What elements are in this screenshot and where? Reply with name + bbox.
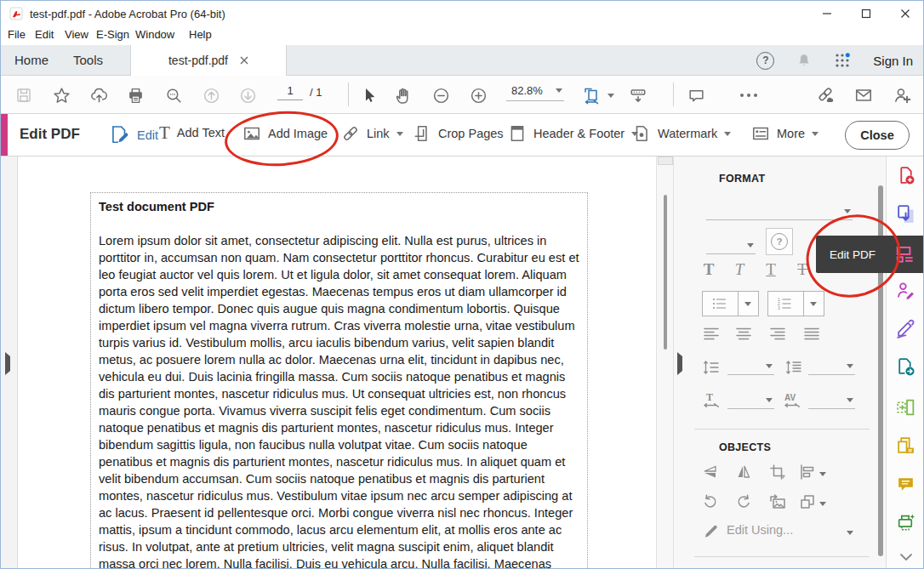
zoom-level-select[interactable]: 82.8% — [506, 84, 564, 101]
line-spacing-input[interactable] — [727, 354, 774, 375]
edit-pdf-rail-icon[interactable] — [894, 243, 916, 265]
combine-files-icon[interactable] — [895, 435, 916, 457]
flip-horizontal-icon[interactable] — [733, 462, 755, 482]
more-tools-ellipsis-icon[interactable] — [739, 86, 758, 105]
numbered-list-control[interactable]: 123 — [767, 291, 824, 316]
share-link-icon[interactable] — [816, 86, 835, 105]
watermark-button[interactable]: Watermark — [632, 124, 731, 143]
close-window-button[interactable] — [886, 1, 924, 26]
fill-sign-icon[interactable] — [895, 318, 916, 339]
menu-window[interactable]: Window — [135, 28, 174, 41]
more-button[interactable]: More — [751, 124, 818, 143]
caret-down-icon — [747, 243, 754, 248]
bullet-list-icon[interactable] — [703, 292, 738, 316]
sign-in-button[interactable]: Sign In — [873, 54, 913, 68]
nav-pane-expand-icon[interactable] — [5, 356, 10, 372]
flip-vertical-icon[interactable] — [699, 462, 722, 482]
document-canvas[interactable]: Test document PDF Lorem ipsum dolor sit … — [18, 156, 656, 569]
notifications-bell-icon[interactable] — [796, 53, 812, 68]
star-favorite-icon[interactable] — [52, 86, 71, 105]
tab-close-icon[interactable] — [240, 56, 248, 65]
app-grid-icon[interactable] — [834, 52, 851, 69]
link-button[interactable]: Link — [341, 124, 403, 143]
create-pdf-icon[interactable] — [895, 165, 916, 186]
paragraph-spacing-input[interactable] — [808, 354, 855, 375]
horizontal-scale-input[interactable] — [727, 388, 774, 409]
share-cloud-upload-icon[interactable] — [89, 86, 108, 105]
email-icon[interactable] — [854, 86, 873, 105]
text-edit-frame[interactable]: Test document PDF Lorem ipsum dolor sit … — [90, 192, 588, 569]
organize-pages-icon[interactable] — [895, 397, 916, 418]
scrollbar-thumb[interactable] — [664, 195, 667, 350]
edit-using-caret-icon[interactable] — [844, 522, 856, 543]
menu-bar: File Edit View E-Sign Window Help — [1, 26, 924, 45]
strikethrough-button[interactable]: T — [791, 260, 813, 279]
next-page-icon[interactable] — [238, 86, 257, 105]
edit-using-label[interactable]: Edit Using... — [727, 523, 793, 537]
zoom-out-icon[interactable] — [431, 86, 450, 105]
select-tool-icon[interactable] — [360, 86, 379, 105]
format-help-button[interactable]: ? — [766, 228, 793, 255]
minimize-button[interactable] — [807, 1, 847, 26]
bullet-list-control[interactable] — [702, 291, 759, 316]
add-image-button[interactable]: Add Image — [242, 124, 328, 143]
numbered-list-icon[interactable]: 123 — [768, 292, 803, 316]
send-for-review-icon[interactable] — [895, 356, 916, 378]
export-pdf-icon[interactable] — [895, 203, 916, 225]
close-edit-pdf-button[interactable]: Close — [845, 121, 910, 150]
font-family-select[interactable] — [706, 197, 853, 220]
edit-tool-button[interactable]: Edit — [108, 124, 158, 146]
hand-tool-icon[interactable] — [394, 86, 413, 105]
align-objects-caret-icon[interactable] — [817, 464, 829, 484]
arrange-objects-caret-icon[interactable] — [817, 493, 829, 514]
rotate-cw-icon[interactable] — [733, 492, 755, 512]
align-right-icon[interactable] — [767, 323, 789, 344]
align-objects-icon[interactable] — [796, 462, 818, 482]
crop-pages-button[interactable]: Crop Pages — [413, 124, 504, 143]
rail-chevron-down-icon[interactable] — [895, 546, 916, 567]
align-justify-icon[interactable] — [801, 323, 823, 344]
tab-document[interactable]: test-pdf.pdf — [130, 45, 287, 76]
bullet-list-caret-icon[interactable] — [738, 292, 758, 316]
tab-tools[interactable]: Tools — [73, 53, 103, 67]
menu-view[interactable]: View — [65, 28, 88, 41]
maximize-button[interactable] — [847, 1, 886, 26]
main-toolbar: 1 / 1 82.8% — [1, 76, 924, 114]
page-number-input[interactable]: 1 — [277, 84, 303, 100]
document-scrollbar[interactable] — [656, 156, 673, 569]
menu-edit[interactable]: Edit — [35, 28, 54, 41]
comment-tool-icon[interactable] — [895, 474, 916, 495]
comment-icon[interactable] — [687, 86, 705, 105]
italic-button[interactable]: T — [728, 260, 750, 279]
align-center-icon[interactable] — [733, 323, 755, 344]
tab-home[interactable]: Home — [14, 53, 48, 67]
numbered-list-caret-icon[interactable] — [803, 292, 824, 316]
search-icon[interactable] — [164, 86, 183, 105]
rotate-ccw-icon[interactable] — [699, 492, 722, 512]
print-icon[interactable] — [126, 86, 145, 105]
zoom-in-icon[interactable] — [469, 86, 488, 105]
font-size-select[interactable] — [706, 233, 756, 254]
arrange-objects-icon[interactable] — [796, 492, 818, 512]
fit-width-icon[interactable] — [583, 86, 602, 105]
previous-page-icon[interactable] — [202, 86, 220, 105]
fit-width-caret-icon[interactable] — [607, 86, 615, 105]
profile-add-user-icon[interactable] — [893, 86, 911, 105]
underline-button[interactable]: T — [760, 260, 782, 279]
character-spacing-input[interactable] — [808, 388, 855, 409]
add-text-button[interactable]: T Add Text — [159, 124, 225, 141]
help-icon[interactable]: ? — [756, 52, 774, 70]
align-left-icon[interactable] — [700, 323, 722, 344]
menu-help[interactable]: Help — [189, 28, 212, 41]
panel-collapse-icon[interactable] — [677, 356, 682, 372]
menu-esign[interactable]: E-Sign — [96, 28, 129, 41]
save-icon[interactable] — [14, 86, 33, 105]
bold-button[interactable]: T — [698, 260, 720, 279]
request-signatures-icon[interactable] — [895, 280, 916, 301]
scan-ocr-icon[interactable] — [895, 512, 916, 533]
page-display-icon[interactable] — [629, 86, 647, 105]
replace-image-icon[interactable] — [767, 492, 789, 512]
header-footer-button[interactable]: Header & Footer — [508, 124, 638, 143]
crop-object-icon[interactable] — [767, 462, 789, 482]
menu-file[interactable]: File — [8, 28, 26, 41]
